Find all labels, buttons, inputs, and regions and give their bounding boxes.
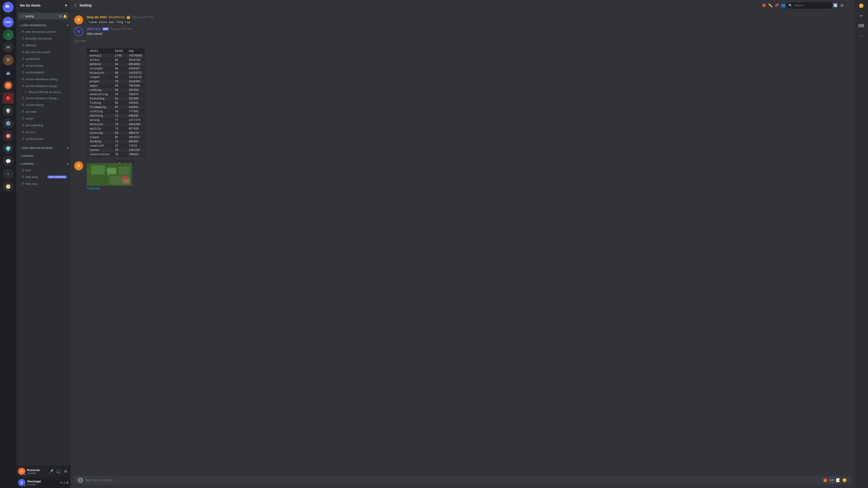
- gift-button[interactable]: 🎁: [823, 477, 828, 483]
- channel-item-ud-cmgriefing[interactable]: # ud-cmgriefing: [18, 122, 69, 129]
- channel-item-template-and-format[interactable]: # template-and-format: [18, 35, 69, 42]
- more-button[interactable]: ⋯: [857, 32, 865, 40]
- notification-icon[interactable]: 🔔: [63, 14, 67, 18]
- channel-item-ud-cox-r[interactable]: # ud-cox-r: [18, 129, 69, 135]
- settings-icon[interactable]: ⚙: [59, 14, 62, 18]
- channel-item-help-desk[interactable]: # help-desk NEW UNREADS: [18, 174, 69, 180]
- hash-icon: #: [22, 14, 24, 19]
- table-cell: crafting: [87, 109, 112, 114]
- server-icon-9[interactable]: ⚙️: [3, 118, 13, 129]
- messages-area: H Help Me RNG [Mod/Mentor] 👑 Today at 10…: [70, 11, 855, 476]
- table-row: hunter761467207: [87, 148, 145, 153]
- channel-item-chat[interactable]: # chat: [18, 167, 69, 173]
- table-cell: 1692260: [126, 123, 145, 127]
- channel-name: help-chat: [25, 182, 37, 186]
- channel-item-ud-tob[interactable]: # ud-tob-rebalance-chang...: [18, 83, 69, 89]
- channel-item-ban-all-lurers[interactable]: # ban-all-lurers-part2: [18, 49, 69, 55]
- add-server-button[interactable]: +: [3, 168, 13, 180]
- bottom-user-controls: ✕ ⚠ ⚙: [60, 481, 69, 484]
- image-filename[interactable]: image.png: [87, 187, 132, 190]
- mute-button[interactable]: 🎤: [48, 468, 54, 475]
- channel-item-ud-tob-toxicity[interactable]: # ud-tob-toxicity: [18, 102, 69, 108]
- strike-icon[interactable]: ✕: [60, 481, 62, 484]
- search-bar[interactable]: 🔍: [786, 2, 832, 8]
- pin-button[interactable]: 📌: [774, 3, 779, 8]
- bottom-settings-icon[interactable]: ⚙: [66, 481, 69, 484]
- table-cell: 325306: [126, 97, 145, 101]
- table-cell: fishing: [87, 101, 112, 105]
- channel-item-ud-threadtest2[interactable]: # ud-threadtest2: [18, 69, 69, 76]
- gif-button[interactable]: GIF: [829, 477, 835, 483]
- message-header-bot: WDR Bot APP Today at 10:27 PM: [87, 27, 851, 31]
- category-trial-mentor[interactable]: › TRIAL MENTOR REVIEWS +: [16, 142, 70, 151]
- reaction-button[interactable]: 😊: [857, 2, 865, 10]
- channel-name: ud-cox-r: [25, 130, 36, 134]
- add-channel-icon[interactable]: +: [67, 162, 69, 166]
- table-cell: hitpoints: [87, 71, 112, 75]
- explore-servers-button[interactable]: 🧭: [3, 181, 13, 192]
- server-icon-12[interactable]: 💬: [3, 156, 13, 167]
- channel-name: ud-blocked: [25, 57, 40, 61]
- server-icon-3[interactable]: 🎮: [3, 42, 13, 53]
- sticker-button[interactable]: 📝: [835, 477, 841, 483]
- user-info: RuneLite Invisible: [27, 468, 46, 475]
- server-icon-8[interactable]: 🛡️: [3, 105, 13, 116]
- channel-item-ud-rw-contact[interactable]: # ud-rw-contact: [18, 62, 69, 69]
- category-general[interactable]: ▾ GENERAL +: [16, 158, 70, 167]
- channel-item-testing[interactable]: # testing ⚙ 🔔: [18, 13, 69, 20]
- channel-item-sra[interactable]: ↳ Should SRA be on the pr...: [18, 90, 69, 95]
- channel-item-user-discussion-archive[interactable]: # user-discussion-archive: [18, 29, 69, 35]
- apps-button[interactable]: ⊞: [839, 3, 844, 8]
- server-icon-6[interactable]: R: [3, 80, 13, 91]
- download-button[interactable]: ⬇️: [833, 3, 838, 8]
- format-button[interactable]: ⌨: [857, 22, 865, 30]
- channel-item-ud-blocked[interactable]: # ud-blocked: [18, 56, 69, 62]
- table-cell: firemaking: [87, 105, 112, 109]
- bottom-user-status: Invisible: [27, 483, 58, 486]
- server-icon-10[interactable]: 🎯: [3, 131, 13, 141]
- server-icon-4[interactable]: ⚔️: [3, 55, 13, 66]
- channel-item-ud-toa[interactable]: # ud-toa-rebalance-chang...: [18, 95, 69, 101]
- edit-channel-button[interactable]: ✏️: [768, 3, 773, 8]
- user-area: R RuneLite Invisible 🎤 🎧 ⚙: [16, 465, 70, 477]
- emoji-button[interactable]: 😊: [842, 477, 847, 483]
- notification-settings-button[interactable]: 🔕: [761, 3, 767, 8]
- search-input[interactable]: [794, 4, 830, 7]
- table-row: mining771477479: [87, 118, 145, 123]
- channel-name: ud-crabs: [25, 110, 37, 113]
- channel-item-ud-cox[interactable]: # ud-cox-rebalance-chang...: [18, 76, 69, 83]
- server-icon-1[interactable]: WDR: [3, 17, 13, 28]
- table-cell: 535691: [126, 101, 145, 105]
- warning-icon[interactable]: ⚠: [63, 481, 66, 484]
- table-cell: 388279: [126, 131, 145, 135]
- mod-mentor-badge: [Mod/Mentor]: [109, 15, 125, 19]
- member-list-button[interactable]: 👥: [780, 3, 786, 8]
- category-logging[interactable]: › LOGGING: [16, 151, 70, 158]
- channel-item-ud-crabs[interactable]: # ud-crabs: [18, 108, 69, 115]
- message-content-table: skill level exp overall174674370850attac…: [87, 46, 851, 159]
- table-cell: 72: [112, 127, 126, 131]
- channel-item-help-chat[interactable]: # help-chat: [18, 181, 69, 187]
- server-icon-7[interactable]: 🔴: [3, 93, 13, 103]
- message-input[interactable]: [85, 476, 821, 484]
- server-icon-2[interactable]: 🌿: [3, 29, 13, 40]
- server-icon-5[interactable]: 🏰: [3, 67, 13, 78]
- channel-item-ud-tbow-scam[interactable]: # ud-tbow-scam: [18, 135, 69, 142]
- deafen-button[interactable]: 🎧: [55, 468, 62, 475]
- table-row: overall174674370850: [87, 54, 145, 58]
- more-options-button[interactable]: ⋯: [845, 3, 851, 8]
- hash-icon: #: [22, 57, 24, 61]
- add-attachment-button[interactable]: +: [78, 477, 83, 483]
- add-channel-icon[interactable]: +: [67, 146, 69, 150]
- avatar-image: H: [74, 161, 83, 170]
- server-icon-11[interactable]: 🌍: [3, 143, 13, 154]
- category-user-moderation[interactable]: ▾ USER MODERATION +: [16, 20, 70, 28]
- add-channel-icon[interactable]: +: [67, 23, 69, 27]
- channel-item-ud-grf[interactable]: # ud-grf: [18, 115, 69, 122]
- reply-button[interactable]: ↩: [857, 12, 865, 20]
- channel-item-offences[interactable]: # offences: [18, 42, 69, 48]
- server-header[interactable]: We Do Raids ▾: [16, 0, 70, 11]
- table-cell: 99: [112, 75, 126, 79]
- settings-button[interactable]: ⚙: [62, 468, 69, 475]
- discord-home-button[interactable]: [3, 2, 13, 13]
